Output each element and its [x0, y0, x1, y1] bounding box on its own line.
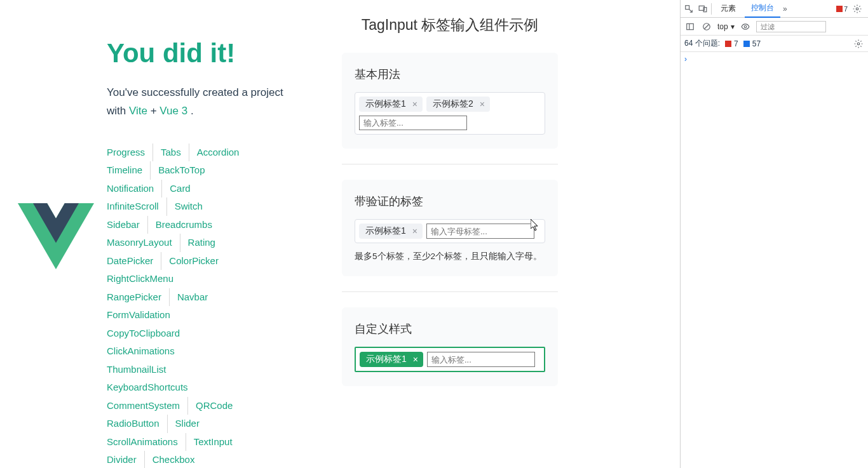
tag-remove-icon[interactable]: × — [477, 99, 487, 109]
tag-input[interactable] — [427, 352, 535, 367]
nav-link-checkbox[interactable]: Checkbox — [145, 451, 203, 468]
nav-link-keyboardshortcuts[interactable]: KeyboardShortcuts — [107, 378, 196, 397]
nav-link-accordion[interactable]: Accordion — [189, 144, 247, 162]
taginput-custom[interactable]: 示例标签1 × — [355, 347, 545, 372]
devtools-tabs: 元素 控制台 » 7 — [681, 0, 868, 18]
info-flag-icon — [743, 41, 750, 47]
live-expression-icon[interactable] — [740, 21, 751, 32]
intro-dot: . — [191, 105, 194, 117]
section-heading: 基本用法 — [355, 67, 545, 82]
nav-link-progress[interactable]: Progress — [107, 144, 153, 162]
svg-line-7 — [705, 24, 709, 29]
context-label: top — [717, 22, 728, 31]
section-heading: 带验证的标签 — [355, 194, 545, 209]
page-title: TagInput 标签输入组件示例 — [342, 15, 558, 35]
inspect-icon[interactable] — [683, 3, 695, 15]
nav-link-rating[interactable]: Rating — [180, 234, 223, 252]
nav-link-colorpicker[interactable]: ColorPicker — [161, 252, 226, 271]
nav-link-thumbnaillist[interactable]: ThumbnailList — [107, 361, 173, 379]
nav-link-timeline[interactable]: Timeline — [107, 161, 151, 180]
nav-link-textinput[interactable]: TextInput — [186, 433, 240, 451]
nav-link-radiobutton[interactable]: RadioButton — [107, 415, 168, 433]
tab-console[interactable]: 控制台 — [745, 0, 780, 18]
component-nav: ProgressTabsAccordionTimelineBackToTopNo… — [107, 144, 304, 468]
nav-link-copytoclipboard[interactable]: CopyToClipboard — [107, 324, 187, 343]
error-flag-icon — [725, 41, 731, 47]
tag-remove-icon[interactable]: × — [410, 99, 420, 109]
nav-link-tabs[interactable]: Tabs — [153, 144, 189, 162]
console-body[interactable]: › — [681, 52, 868, 468]
vue-link[interactable]: Vue 3 — [159, 105, 187, 117]
section-heading: 自定义样式 — [355, 321, 545, 337]
svg-point-3 — [856, 8, 858, 10]
svg-point-9 — [857, 43, 860, 45]
tag-input[interactable] — [359, 116, 467, 130]
tag-label: 示例标签1 — [366, 354, 407, 365]
tag-remove-icon[interactable]: × — [410, 354, 421, 364]
section-divider — [342, 291, 558, 292]
nav-link-rightclickmenu[interactable]: RightClickMenu — [107, 270, 181, 288]
nav-link-infinitescroll[interactable]: InfiniteScroll — [107, 197, 167, 216]
chevron-down-icon: ▾ — [731, 22, 735, 31]
nav-link-card[interactable]: Card — [162, 180, 198, 198]
devtools-panel: 元素 控制台 » 7 top ▾ 64 个问题: — [680, 0, 868, 468]
validation-hint: 最多5个标签，至少2个标签，且只能输入字母。 — [355, 251, 545, 262]
error-count-badge[interactable]: 7 — [835, 5, 849, 13]
nav-link-backtotop[interactable]: BackToTop — [151, 161, 212, 180]
settings-gear-icon[interactable] — [851, 3, 863, 15]
nav-link-switch[interactable]: Switch — [167, 197, 210, 216]
tag: 示例标签1 × — [359, 224, 423, 239]
nav-link-divider[interactable]: Divider — [107, 451, 145, 468]
nav-link-navbar[interactable]: Navbar — [170, 288, 215, 307]
context-selector[interactable]: top ▾ — [717, 22, 735, 31]
nav-link-slider[interactable]: Slider — [168, 415, 207, 433]
issues-bar: 64 个问题: 7 57 — [681, 36, 868, 52]
console-prompt-icon: › — [684, 55, 687, 64]
sidebar-toggle-icon[interactable] — [684, 21, 696, 32]
issues-error-count: 7 — [734, 39, 738, 48]
hero-intro: You've successfully created a project wi… — [107, 84, 304, 121]
taginput-basic[interactable]: 示例标签1 × 示例标签2 × — [355, 92, 545, 135]
svg-point-8 — [744, 25, 747, 28]
vue-logo — [18, 203, 94, 272]
filter-input[interactable] — [756, 21, 826, 32]
intro-plus: + — [151, 105, 160, 117]
tag: 示例标签2 × — [426, 97, 490, 112]
svg-rect-0 — [686, 5, 689, 9]
tag-input[interactable] — [426, 224, 534, 239]
nav-link-datepicker[interactable]: DatePicker — [107, 252, 161, 271]
section-divider — [342, 164, 558, 164]
tag: 示例标签1 × — [360, 352, 423, 367]
tag-label: 示例标签1 — [365, 225, 406, 237]
issues-info[interactable]: 57 — [743, 39, 761, 48]
tag-label: 示例标签2 — [433, 98, 473, 110]
nav-link-formvalidation[interactable]: FormValidation — [107, 306, 178, 324]
device-toggle-icon[interactable] — [697, 3, 709, 15]
nav-link-sidebar[interactable]: Sidebar — [107, 216, 148, 234]
tag-remove-icon[interactable]: × — [410, 226, 420, 236]
tabs-overflow-icon[interactable]: » — [783, 4, 787, 13]
issues-errors[interactable]: 7 — [725, 39, 738, 48]
section-validation: 带验证的标签 示例标签1 × 最多5个标签，至少2个标签，且只能输入字母。 — [342, 180, 558, 276]
tag: 示例标签1 × — [359, 97, 423, 112]
nav-link-breadcrumbs[interactable]: Breadcrumbs — [148, 216, 220, 234]
taginput-validation[interactable]: 示例标签1 × — [355, 219, 545, 243]
section-custom-style: 自定义样式 示例标签1 × — [342, 307, 558, 386]
clear-console-icon[interactable] — [701, 21, 712, 32]
nav-link-clickanimations[interactable]: ClickAnimations — [107, 342, 182, 361]
section-basic: 基本用法 示例标签1 × 示例标签2 × — [342, 53, 558, 149]
nav-link-rangepicker[interactable]: RangePicker — [107, 288, 170, 307]
error-flag-icon — [836, 6, 843, 12]
error-count: 7 — [844, 5, 848, 13]
svg-rect-4 — [687, 23, 694, 29]
nav-link-scrollanimations[interactable]: ScrollAnimations — [107, 433, 186, 451]
tab-elements[interactable]: 元素 — [714, 0, 742, 17]
nav-link-commentsystem[interactable]: CommentSystem — [107, 397, 188, 415]
hero-title: You did it! — [107, 38, 304, 69]
nav-link-qrcode[interactable]: QRCode — [188, 397, 240, 415]
nav-link-notification[interactable]: Notification — [107, 180, 162, 198]
vite-link[interactable]: Vite — [129, 105, 147, 117]
nav-link-masonrylayout[interactable]: MasonryLayout — [107, 234, 180, 252]
issues-label: 64 个问题: — [684, 38, 720, 49]
gear-icon[interactable] — [853, 38, 864, 50]
